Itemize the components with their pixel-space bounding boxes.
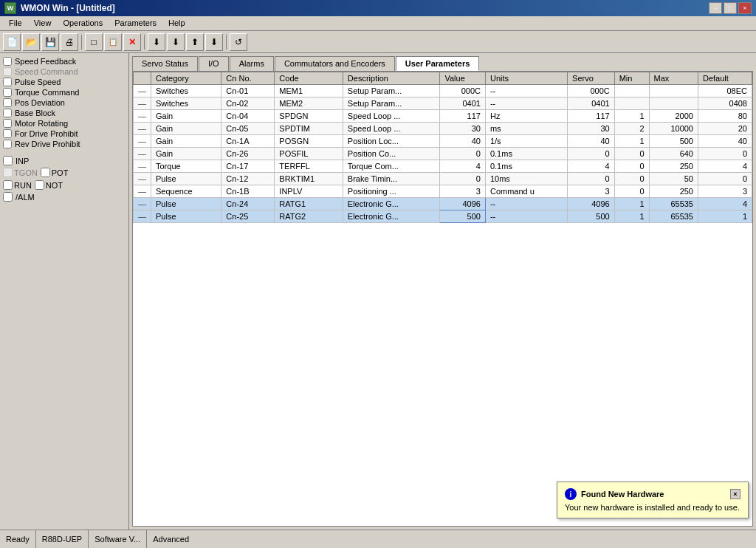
row-dash: — <box>134 85 151 97</box>
menu-help[interactable]: Help <box>162 18 191 29</box>
copy-button[interactable]: □ <box>85 33 103 51</box>
row-default: 1 <box>698 210 752 223</box>
table-row[interactable]: — Torque Cn-17 TERFFL Torque Com... 4 0.… <box>134 160 752 173</box>
col-min: Min <box>614 72 649 85</box>
row-value[interactable]: 3 <box>440 185 485 198</box>
row-servo: 3 <box>568 185 615 198</box>
row-category: Sequence <box>151 185 221 198</box>
checkbox-pulse-speed[interactable]: Pulse Speed <box>3 77 126 87</box>
stop-button[interactable]: ✕ <box>123 33 141 51</box>
tab-servo-status[interactable]: Servo Status <box>132 56 198 71</box>
window-controls: − □ × <box>709 2 752 14</box>
toast-close-button[interactable]: × <box>730 489 740 499</box>
table-row[interactable]: — Pulse Cn-25 RATG2 Electronic G... 500 … <box>134 210 752 223</box>
speed-feedback-check[interactable] <box>3 57 12 66</box>
row-value[interactable]: 117 <box>440 110 485 123</box>
table-row[interactable]: — Pulse Cn-24 RATG1 Electronic G... 4096… <box>134 198 752 210</box>
menu-view[interactable]: View <box>28 18 58 29</box>
col-indicator <box>134 72 151 85</box>
separator-3 <box>226 35 227 49</box>
save-button[interactable]: 💾 <box>41 33 59 51</box>
base-block-check[interactable] <box>3 109 12 117</box>
table-row[interactable]: — Gain Cn-1A POSGN Position Loc... 40 1/… <box>134 135 752 148</box>
pulse-speed-label: Pulse Speed <box>15 78 61 86</box>
minimize-button[interactable]: − <box>709 2 722 14</box>
row-value[interactable]: 4096 <box>440 198 485 210</box>
run-check[interactable] <box>3 180 13 190</box>
table-row[interactable]: — Sequence Cn-1B INPLV Positioning ... 3… <box>134 185 752 198</box>
new-button[interactable]: 📄 <box>3 33 21 51</box>
row-cn: Cn-25 <box>221 210 275 223</box>
torque-command-check[interactable] <box>3 88 12 97</box>
paste-button[interactable]: 📋 <box>104 33 122 51</box>
row-category: Gain <box>151 148 221 160</box>
row-value[interactable]: 000C <box>440 85 485 97</box>
row-value[interactable]: 0 <box>440 148 485 160</box>
menu-parameters[interactable]: Parameters <box>109 18 162 29</box>
checkbox-base-block[interactable]: Base Block <box>3 108 126 118</box>
checkbox-for-drive-prohibit[interactable]: For Drive Prohibit <box>3 129 126 139</box>
pulse-speed-check[interactable] <box>3 78 12 86</box>
checkbox-speed-feedback[interactable]: Speed Feedback <box>3 56 126 66</box>
row-category: Pulse <box>151 210 221 223</box>
col-code: Code <box>275 72 343 85</box>
print-button[interactable]: 🖨 <box>61 33 78 51</box>
inp-check[interactable] <box>3 156 13 165</box>
row-value[interactable]: 0401 <box>440 97 485 110</box>
checkbox-pos-deviation[interactable]: Pos Deviation <box>3 97 126 108</box>
row-value[interactable]: 40 <box>440 135 485 148</box>
alm-check[interactable] <box>3 192 13 202</box>
checkbox-rev-drive-prohibit[interactable]: Rev Drive Prohibit <box>3 139 126 149</box>
tab-io[interactable]: I/O <box>199 56 229 71</box>
for-drive-prohibit-check[interactable] <box>3 129 12 138</box>
row-code: POSGN <box>275 135 343 148</box>
row-min: 2 <box>614 123 649 135</box>
status-software: Software V... <box>89 530 147 548</box>
menu-file[interactable]: File <box>3 18 28 29</box>
menu-operations[interactable]: Operations <box>57 18 109 29</box>
motor-rotating-check[interactable] <box>3 119 12 128</box>
open-button[interactable]: 📂 <box>22 33 40 51</box>
refresh-button[interactable]: ↺ <box>230 33 247 51</box>
tab-alarms[interactable]: Alarms <box>230 56 274 71</box>
row-servo: 117 <box>568 110 615 123</box>
row-min <box>614 85 649 97</box>
table-row[interactable]: — Gain Cn-05 SPDTIM Speed Loop ... 30 ms… <box>134 123 752 135</box>
base-block-label: Base Block <box>15 109 55 117</box>
run-label: RUN <box>14 181 32 190</box>
tabs-container: Servo Status I/O Alarms Commutators and … <box>129 53 756 71</box>
close-button[interactable]: × <box>738 2 752 14</box>
row-servo: 000C <box>568 85 615 97</box>
pot-check[interactable] <box>41 168 50 177</box>
row-value[interactable]: 4 <box>440 160 485 173</box>
maximize-button[interactable]: □ <box>724 2 737 14</box>
down-arrow-3[interactable]: ⬇ <box>205 33 223 51</box>
up-arrow[interactable]: ⬆ <box>186 33 204 51</box>
row-value[interactable]: 30 <box>440 123 485 135</box>
row-dash: — <box>134 160 151 173</box>
down-arrow-2[interactable]: ⬇ <box>167 33 185 51</box>
right-panel: Servo Status I/O Alarms Commutators and … <box>129 53 756 530</box>
row-dash: — <box>134 210 151 223</box>
row-min: 1 <box>614 210 649 223</box>
row-units: Command u <box>485 185 567 198</box>
checkbox-motor-rotating[interactable]: Motor Rotating <box>3 118 126 129</box>
down-arrow-1[interactable]: ⬇ <box>148 33 165 51</box>
rev-drive-prohibit-check[interactable] <box>3 140 12 148</box>
row-min: 1 <box>614 135 649 148</box>
row-code: MEM2 <box>275 97 343 110</box>
tgon-pot-row: TGON POT <box>3 166 126 179</box>
table-row[interactable]: — Pulse Cn-12 BRKTIM1 Brake Timin... 0 1… <box>134 173 752 185</box>
row-value[interactable]: 0 <box>440 173 485 185</box>
table-row[interactable]: — Gain Cn-26 POSFIL Position Co... 0 0.1… <box>134 148 752 160</box>
row-value[interactable]: 500 <box>440 210 485 223</box>
table-row[interactable]: — Switches Cn-02 MEM2 Setup Param... 040… <box>134 97 752 110</box>
tab-commutators[interactable]: Commutators and Encoders <box>275 56 395 71</box>
table-row[interactable]: — Gain Cn-04 SPDGN Speed Loop ... 117 Hz… <box>134 110 752 123</box>
pos-deviation-check[interactable] <box>3 98 12 107</box>
main-container: Speed Feedback Speed Command Pulse Speed… <box>0 53 756 530</box>
tab-user-parameters[interactable]: User Parameters <box>396 56 479 71</box>
not-check[interactable] <box>35 180 44 190</box>
table-row[interactable]: — Switches Cn-01 MEM1 Setup Param... 000… <box>134 85 752 97</box>
checkbox-torque-command[interactable]: Torque Command <box>3 87 126 97</box>
